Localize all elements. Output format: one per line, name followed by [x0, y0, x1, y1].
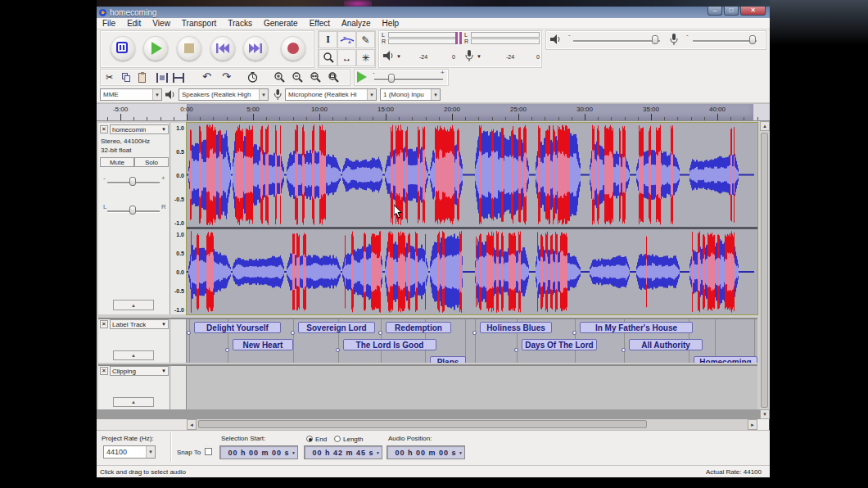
play-button[interactable]	[143, 36, 168, 61]
input-volume-thumb[interactable]	[749, 35, 756, 44]
waveform-canvas[interactable]	[187, 123, 757, 314]
close-button[interactable]: ✕	[740, 7, 766, 16]
audio-position-field[interactable]: 00 h 00 m 00 s ▼	[387, 445, 465, 459]
song-label[interactable]: All Authority	[629, 339, 703, 350]
label-track-collapse-button[interactable]: ▲	[113, 350, 154, 360]
input-device-dropdown[interactable]: Microphone (Realtek Hi ▼	[285, 88, 377, 101]
menu-help[interactable]: Help	[377, 19, 405, 28]
selection-end-field[interactable]: 00 h 42 m 45 s ▼	[304, 445, 382, 459]
label-anchor-handle[interactable]	[336, 348, 340, 352]
timeshift-tool[interactable]: ↔	[337, 49, 356, 66]
redo-button[interactable]: ↷	[219, 70, 234, 84]
song-label[interactable]: In My Father's House	[580, 322, 693, 333]
zoom-tool[interactable]	[319, 49, 337, 66]
h-scroll-thumb[interactable]	[198, 420, 647, 428]
track1-gain-thumb[interactable]	[129, 177, 136, 186]
zoom-out-button[interactable]	[289, 70, 305, 84]
length-radio[interactable]	[334, 436, 341, 442]
scroll-left-arrow[interactable]: ◄	[187, 419, 197, 430]
song-label[interactable]: Delight Yourself	[194, 322, 281, 333]
sync-lock-button[interactable]	[245, 70, 260, 84]
label-anchor-handle[interactable]	[514, 348, 518, 352]
maximize-button[interactable]: □	[724, 7, 739, 16]
label-track-close-button[interactable]: ✕	[100, 320, 108, 328]
song-label[interactable]: Homecoming	[694, 356, 757, 363]
speaker-icon[interactable]	[383, 51, 395, 61]
draw-tool[interactable]: ✎	[356, 31, 375, 48]
zoom-in-button[interactable]	[271, 70, 287, 84]
menu-effect[interactable]: Effect	[304, 19, 336, 28]
title-bar[interactable]: homecoming	[97, 7, 770, 18]
menu-transport[interactable]: Transport	[176, 19, 222, 28]
label-anchor-handle[interactable]	[622, 348, 626, 352]
scroll-right-arrow[interactable]: ►	[748, 419, 757, 430]
input-meter-dropdown-icon[interactable]: ▼	[477, 54, 481, 59]
track1-mute-button[interactable]: Mute	[100, 157, 134, 167]
speed-slider-thumb[interactable]	[388, 74, 395, 83]
copy-button[interactable]	[118, 70, 133, 84]
vertical-scrollbar[interactable]: ▲ ▼	[760, 121, 770, 419]
undo-button[interactable]: ↶	[199, 70, 215, 84]
multi-tool[interactable]: ✳	[356, 49, 375, 66]
clipping-track-close-button[interactable]: ✕	[100, 367, 108, 375]
fit-project-button[interactable]	[325, 70, 341, 84]
menu-tracks[interactable]: Tracks	[222, 19, 258, 28]
selection-start-spin-icon[interactable]: ▼	[292, 450, 296, 455]
track1-close-button[interactable]: ✕	[100, 125, 108, 133]
song-label[interactable]: Plans	[430, 356, 466, 363]
song-label[interactable]: The Lord Is Good	[343, 339, 436, 350]
speed-slider[interactable]	[374, 79, 443, 80]
v-scroll-thumb[interactable]	[761, 133, 768, 408]
song-label[interactable]: New Heart	[233, 339, 293, 350]
paste-button[interactable]	[134, 70, 150, 84]
menu-analyze[interactable]: Analyze	[336, 19, 377, 28]
track1-pan-thumb[interactable]	[129, 206, 136, 215]
fit-selection-button[interactable]	[307, 70, 323, 84]
output-device-dropdown[interactable]: Speakers (Realtek High ▼	[179, 88, 269, 101]
clipping-track-content[interactable]	[187, 364, 757, 409]
scroll-down-arrow[interactable]: ▼	[760, 409, 770, 419]
song-label[interactable]: Redemption	[386, 322, 451, 333]
menu-view[interactable]: View	[147, 19, 176, 28]
label-anchor-handle[interactable]	[572, 331, 576, 335]
menu-generate[interactable]: Generate	[258, 19, 304, 28]
label-track-name-dropdown[interactable]: Label Track ▼	[110, 319, 169, 329]
end-radio[interactable]	[306, 436, 313, 442]
skip-start-button[interactable]	[210, 36, 235, 61]
label-anchor-handle[interactable]	[291, 331, 295, 335]
selection-end-spin-icon[interactable]: ▼	[376, 450, 381, 455]
silence-button[interactable]	[170, 70, 186, 84]
play-at-speed-button[interactable]	[357, 71, 367, 83]
timeline-ruler[interactable]: -5:000:005:0010:0015:0020:0025:0030:0035…	[97, 103, 770, 121]
snap-to-checkbox[interactable]	[205, 448, 212, 455]
label-anchor-handle[interactable]	[378, 331, 382, 335]
track1-vertical-ruler[interactable]: 1.00.50.0-0.5-1.01.00.50.0-0.5-1.0	[170, 123, 187, 314]
clipping-track-collapse-button[interactable]: ▲	[113, 397, 154, 407]
label-track-content[interactable]: Delight YourselfSovereign LordRedemption…	[187, 318, 757, 363]
selection-start-field[interactable]: 00 h 00 m 00 s ▼	[219, 445, 298, 459]
stop-button[interactable]	[177, 36, 201, 61]
track1-name-dropdown[interactable]: homecomin ▼	[110, 124, 169, 134]
scroll-up-arrow[interactable]: ▲	[760, 121, 770, 131]
skip-end-button[interactable]	[243, 36, 268, 61]
record-button[interactable]	[281, 36, 305, 61]
input-channels-dropdown[interactable]: 1 (Mono) Inpu ▼	[380, 88, 441, 101]
microphone-icon[interactable]	[463, 50, 474, 61]
input-volume-slider[interactable]	[693, 40, 757, 42]
song-label[interactable]: Holiness Blues	[480, 322, 552, 333]
label-anchor-handle[interactable]	[472, 331, 477, 335]
selection-tool[interactable]: I	[319, 31, 337, 48]
menu-edit[interactable]: Edit	[121, 19, 147, 28]
track1-solo-button[interactable]: Solo	[134, 157, 169, 167]
track1-collapse-button[interactable]: ▲	[113, 300, 154, 310]
label-anchor-handle[interactable]	[187, 331, 191, 335]
output-meter-dropdown-icon[interactable]: ▼	[396, 54, 401, 59]
output-volume-thumb[interactable]	[652, 35, 658, 44]
clipping-track-name-dropdown[interactable]: Clipping ▼	[110, 366, 169, 376]
minimize-button[interactable]: –	[708, 7, 722, 16]
project-rate-dropdown[interactable]: 44100 ▼	[103, 445, 156, 459]
envelope-tool[interactable]	[337, 31, 356, 48]
cut-button[interactable]: ✂	[102, 70, 117, 84]
output-volume-slider[interactable]	[573, 40, 660, 42]
song-label[interactable]: Days Of The Lord	[522, 339, 597, 350]
